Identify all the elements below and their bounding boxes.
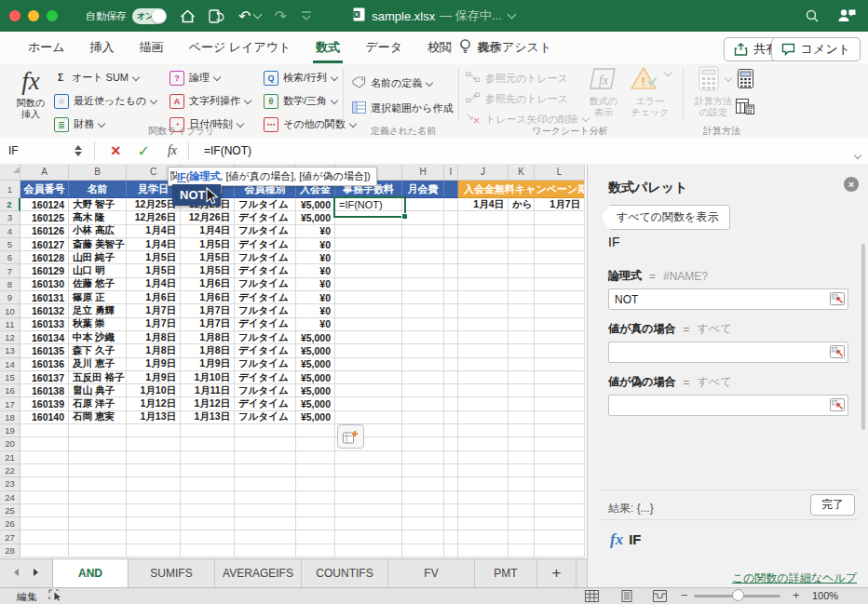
cell-I5[interactable] bbox=[444, 238, 458, 251]
cell-L17[interactable] bbox=[535, 397, 585, 410]
cell-G5[interactable] bbox=[335, 238, 402, 251]
cell-H9[interactable] bbox=[402, 291, 444, 304]
cell-J25[interactable] bbox=[458, 504, 509, 517]
cell-F18[interactable]: ¥5,000 bbox=[296, 411, 335, 424]
cell-B23[interactable] bbox=[69, 477, 127, 490]
cell-L27[interactable] bbox=[535, 530, 585, 544]
cell-I3[interactable] bbox=[444, 211, 458, 224]
cell-B16[interactable]: 畠山 典子 bbox=[69, 384, 127, 397]
cell-E11[interactable]: デイタイム bbox=[235, 318, 296, 331]
cell-H12[interactable] bbox=[402, 331, 444, 344]
cell-E24[interactable] bbox=[235, 491, 296, 504]
cell-K22[interactable] bbox=[509, 464, 535, 477]
cell-C11[interactable]: 1月7日 bbox=[127, 318, 181, 331]
cell-I16[interactable] bbox=[444, 384, 458, 397]
cell-A9[interactable]: 160131 bbox=[20, 291, 69, 304]
cell-C15[interactable]: 1月9日 bbox=[127, 371, 181, 384]
undo-dropdown-icon[interactable] bbox=[253, 10, 263, 20]
cell-L6[interactable] bbox=[535, 251, 585, 264]
insert-function-button[interactable]: fx 関数の 挿入 bbox=[9, 67, 52, 120]
cell-H4[interactable] bbox=[402, 225, 444, 238]
cell-B11[interactable]: 秋葉 崇 bbox=[69, 318, 127, 331]
cell-B9[interactable]: 篠原 正 bbox=[69, 291, 127, 304]
cell-B13[interactable]: 森下 久子 bbox=[69, 344, 127, 357]
cell-K15[interactable] bbox=[509, 371, 535, 384]
cell-J14[interactable] bbox=[458, 358, 509, 371]
cell-L9[interactable] bbox=[535, 291, 585, 304]
cell-H22[interactable] bbox=[402, 464, 444, 477]
ribbon-button-trace-precedents[interactable]: 参照元のトレース bbox=[466, 68, 589, 88]
cell-B28[interactable] bbox=[69, 544, 127, 557]
cell-I12[interactable] bbox=[444, 331, 458, 344]
cell-K10[interactable] bbox=[509, 304, 535, 317]
cell-J17[interactable] bbox=[458, 397, 509, 410]
cell-H21[interactable] bbox=[402, 451, 444, 464]
cell-D6[interactable]: 1月5日 bbox=[181, 251, 235, 264]
cell-E6[interactable]: フルタイム bbox=[235, 251, 296, 264]
cell-I25[interactable] bbox=[444, 504, 458, 517]
cell-L8[interactable] bbox=[535, 278, 585, 291]
tell-me-assist[interactable]: 操作アシスト bbox=[458, 38, 551, 57]
cell-A6[interactable]: 160128 bbox=[20, 251, 69, 264]
row-header-24[interactable]: 24 bbox=[0, 491, 20, 504]
cell-E19[interactable] bbox=[235, 424, 296, 437]
cell-D5[interactable]: 1月5日 bbox=[181, 238, 235, 251]
home-icon[interactable] bbox=[180, 9, 196, 23]
sheet-tab-countifs[interactable]: COUNTIFS bbox=[302, 559, 388, 587]
cell-C12[interactable]: 1月8日 bbox=[127, 331, 181, 344]
cell-B24[interactable] bbox=[69, 491, 127, 504]
row-header-13[interactable]: 13 bbox=[0, 344, 20, 357]
undo-icon[interactable]: ↶ bbox=[238, 7, 251, 25]
cell-D18[interactable]: 1月13日 bbox=[181, 411, 235, 424]
cell-I21[interactable] bbox=[444, 451, 458, 464]
cell-H8[interactable] bbox=[402, 278, 444, 291]
cell-K17[interactable] bbox=[509, 397, 535, 410]
comments-button[interactable]: コメント bbox=[771, 37, 861, 61]
cell-D27[interactable] bbox=[181, 530, 235, 544]
cell-D28[interactable] bbox=[181, 544, 235, 557]
row-header-22[interactable]: 22 bbox=[0, 464, 20, 477]
cell-A20[interactable] bbox=[20, 437, 69, 450]
cell-D20[interactable] bbox=[181, 437, 235, 450]
cell-F23[interactable] bbox=[296, 477, 335, 490]
cell-K27[interactable] bbox=[509, 530, 535, 544]
cell-A28[interactable] bbox=[20, 544, 69, 557]
cell-G10[interactable] bbox=[335, 304, 402, 317]
search-icon[interactable] bbox=[805, 8, 820, 26]
cell-C19[interactable] bbox=[127, 424, 181, 437]
cell-G18[interactable] bbox=[335, 411, 402, 424]
quick-analysis-button[interactable] bbox=[337, 424, 364, 449]
cell-F16[interactable]: ¥5,000 bbox=[296, 384, 335, 397]
cell-G17[interactable] bbox=[335, 397, 402, 410]
cell-D21[interactable] bbox=[181, 451, 235, 464]
cell-C21[interactable] bbox=[127, 451, 181, 464]
cell-C13[interactable]: 1月8日 bbox=[127, 344, 181, 357]
cell-D9[interactable]: 1月6日 bbox=[181, 291, 235, 304]
sheet-tab-pmt[interactable]: PMT bbox=[475, 559, 537, 587]
cell-D13[interactable]: 1月8日 bbox=[181, 344, 235, 357]
cell-F2[interactable]: ¥5,000 bbox=[296, 198, 335, 211]
cell-B1[interactable]: 名前 bbox=[69, 181, 127, 198]
cell-C25[interactable] bbox=[127, 504, 181, 517]
zoom-out-icon[interactable]: − bbox=[681, 588, 688, 602]
cell-B21[interactable] bbox=[69, 451, 127, 464]
sync-save-icon[interactable] bbox=[209, 9, 225, 23]
cell-I26[interactable] bbox=[444, 517, 458, 530]
ribbon-button-autosum[interactable]: Σオート SUM bbox=[54, 66, 156, 89]
cell-E15[interactable]: デイタイム bbox=[235, 371, 296, 384]
function-help-link[interactable]: この関数の詳細なヘルプ bbox=[732, 570, 857, 586]
cell-A7[interactable]: 160129 bbox=[20, 264, 69, 277]
ribbon-button-logical[interactable]: ?論理 bbox=[170, 66, 251, 89]
cell-A22[interactable] bbox=[20, 464, 69, 477]
cell-C24[interactable] bbox=[127, 491, 181, 504]
cell-C28[interactable] bbox=[127, 544, 181, 557]
cell-L19[interactable] bbox=[535, 424, 585, 437]
cell-E10[interactable]: フルタイム bbox=[235, 304, 296, 317]
cell-D11[interactable]: 1月7日 bbox=[181, 318, 235, 331]
worksheet-grid[interactable]: ABCDEFGHIJKL1会員番号名前見学日入会日会員種別入会金事務手数料月会費… bbox=[0, 164, 587, 558]
cell-H19[interactable] bbox=[402, 424, 444, 437]
cell-G6[interactable] bbox=[335, 251, 402, 264]
cell-D12[interactable]: 1月8日 bbox=[181, 331, 235, 344]
cell-G21[interactable] bbox=[335, 451, 402, 464]
cell-K18[interactable] bbox=[509, 411, 535, 424]
